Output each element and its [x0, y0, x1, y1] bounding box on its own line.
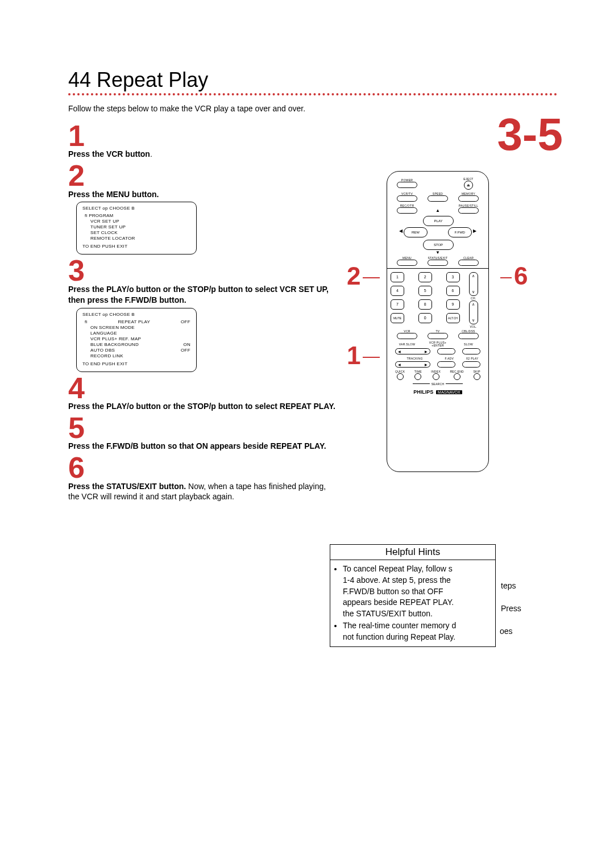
pause-label: PAUSE/STILL — [453, 204, 484, 207]
num-2-button[interactable]: 2 — [418, 272, 432, 282]
transport-dpad: PLAY REW ◀ F.FWD ▶ STOP — [404, 216, 472, 250]
skip-button[interactable] — [474, 373, 480, 380]
clear-button[interactable] — [458, 260, 479, 266]
menu-label: MENU — [392, 256, 422, 260]
step-5-number: 5 — [68, 414, 335, 442]
brand-magnavox: MAGNAVOX — [436, 390, 462, 394]
speed-button[interactable] — [428, 195, 448, 202]
osd1-item: REMOTE LOCATOR — [90, 236, 190, 241]
vcrplus-button[interactable] — [437, 348, 455, 354]
osd-menu-2: SELECT op CHOOSE B REPEAT PLAYOFF ON SCR… — [76, 308, 197, 372]
power-label: POWER — [392, 178, 422, 182]
num-8-button[interactable]: 8 — [418, 299, 432, 310]
brand-philips: PHILIPS — [413, 389, 433, 395]
cbl-button[interactable] — [458, 333, 479, 339]
quick-label: QUICK — [395, 370, 405, 373]
page-title: Repeat Play — [97, 68, 208, 92]
tv-button[interactable] — [428, 333, 448, 339]
fadv-button[interactable] — [437, 361, 455, 368]
power-button[interactable] — [397, 182, 417, 188]
osd1-item: SET CLOCK — [90, 230, 190, 236]
recotr-button[interactable] — [397, 207, 417, 214]
ch-rocker[interactable]: ∧∨ — [469, 272, 478, 296]
osd2-item: VCR PLUS+ REF. MAP — [90, 336, 190, 342]
vol-rocker[interactable]: ∧∨ — [469, 301, 478, 324]
t: p — [211, 285, 216, 294]
t: button to select REPEAT PLAY. — [216, 402, 335, 411]
osd1-head: SELECT op CHOOSE B — [82, 206, 190, 211]
stop-button[interactable]: STOP — [423, 240, 454, 250]
ch-label: CH. — [462, 297, 486, 300]
recend-button[interactable] — [454, 373, 460, 380]
step-4-text: Press the PLAY/o button or the STOP/p bu… — [68, 401, 335, 412]
time-button[interactable] — [414, 373, 421, 380]
osd2-list: REPEAT PLAYOFF ON SCREEN MODE LANGUAGE V… — [82, 319, 190, 359]
hints-title: Helpful Hints — [330, 545, 495, 560]
osd1-item: VCR SET UP — [90, 219, 190, 224]
num-4-button[interactable]: 4 — [391, 286, 404, 296]
num-1-button[interactable]: 1 — [391, 272, 404, 282]
step-2-text: Press the MENU button. — [68, 189, 335, 200]
search-label: SEARCH — [430, 382, 446, 386]
num-7-button[interactable]: 7 — [391, 299, 404, 310]
status-exit-button[interactable] — [428, 260, 448, 266]
vcrtv-button[interactable] — [397, 195, 417, 202]
divider-dots — [68, 93, 557, 95]
vcr-label: VCR — [392, 329, 422, 333]
down-arrow-icon: ▼ — [392, 250, 484, 255]
num-0-button[interactable]: 0 — [418, 313, 432, 323]
play-button[interactable]: PLAY — [423, 216, 454, 226]
callout-1: 1 — [347, 341, 380, 370]
overflow-text: oes — [500, 627, 513, 636]
varslow-label: VAR.SLOW — [392, 343, 422, 346]
slow-button[interactable] — [462, 348, 480, 354]
osd1-foot: TO END PUSH EXIT — [82, 244, 190, 249]
content-row: 1 Press the VCR button. 2 Press the MENU… — [68, 120, 557, 504]
osd2-item: REPEAT PLAYOFF — [90, 319, 190, 325]
x2-label: X2 PLAY — [461, 357, 484, 360]
varslow-rocker[interactable]: ◀▶ — [395, 348, 430, 354]
pause-button[interactable] — [458, 207, 479, 214]
overflow-text: teps — [501, 581, 516, 590]
title-row: 44 Repeat Play — [68, 68, 557, 92]
num-5-button[interactable]: 5 — [418, 286, 432, 296]
callout-2: 2 — [347, 262, 380, 290]
index-button[interactable] — [433, 373, 439, 380]
t: Press the F.FWD/ — [68, 441, 133, 450]
remote-column: 3-5 2 1 6 POWER EJECT⏏ VCR/TV SPEED — [335, 120, 557, 472]
ffwd-button[interactable]: F.FWD — [448, 227, 472, 237]
altch-button[interactable]: ALT.CH — [446, 313, 460, 323]
step-1-text: Press the VCR button. — [68, 149, 335, 160]
recend-label: REC.END — [450, 370, 464, 373]
time-label: TIME — [414, 370, 422, 373]
osd-menu-1: SELECT op CHOOSE B PROGRAM VCR SET UP TU… — [76, 202, 197, 254]
menu-button[interactable] — [397, 260, 417, 266]
t: button or the STOP/ — [134, 402, 211, 411]
vcrplus-label: VCR PLUS+ +ENTER — [422, 341, 453, 347]
tracking-rocker[interactable]: ◀▶ — [395, 361, 430, 368]
page: 44 Repeat Play Follow the steps below to… — [0, 0, 614, 675]
t: p — [211, 402, 216, 411]
vol-label: VOL. — [462, 325, 486, 328]
quick-button[interactable] — [397, 373, 404, 380]
memory-button[interactable] — [458, 195, 479, 202]
osd2-foot: TO END PUSH EXIT — [82, 361, 190, 367]
slow-label: SLOW — [453, 343, 484, 346]
tv-label: TV — [422, 329, 453, 333]
memory-label: MEMORY — [453, 192, 484, 195]
t: button so that ON appears beside REPEAT … — [139, 441, 326, 450]
rew-button[interactable]: REW — [404, 227, 428, 237]
step-3-number: 3 — [68, 257, 335, 285]
mute-button[interactable]: MUTE — [391, 313, 404, 323]
clear-label: CLEAR — [453, 256, 484, 260]
recotr-label: REC/OTR — [392, 204, 422, 207]
vcr-button[interactable] — [397, 333, 417, 339]
num-9-button[interactable]: 9 — [446, 299, 460, 310]
x2-button[interactable] — [462, 361, 480, 368]
step-1-tail: . — [150, 149, 152, 158]
num-6-button[interactable]: 6 — [446, 286, 460, 296]
step-2-number: 2 — [68, 162, 335, 190]
osd2-item: ON SCREEN MODE — [90, 325, 190, 331]
eject-button[interactable]: ⏏ — [464, 181, 473, 190]
num-3-button[interactable]: 3 — [446, 272, 460, 282]
